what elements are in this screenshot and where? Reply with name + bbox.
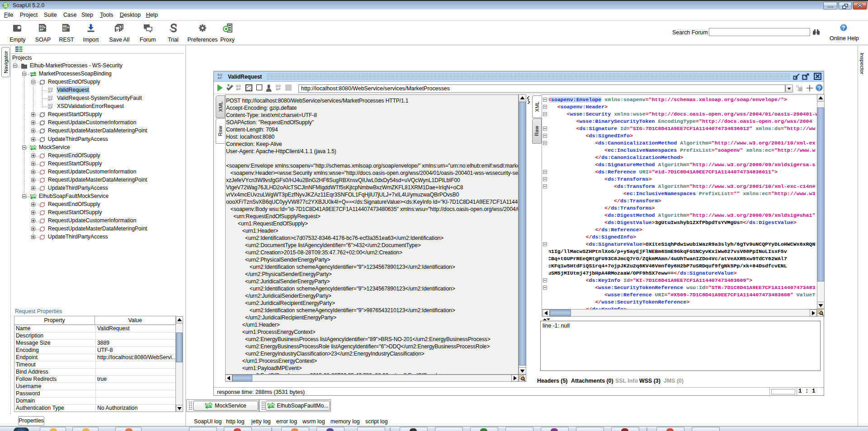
svg-text:AP: AP — [39, 28, 44, 31]
svg-text:SO: SO — [39, 25, 44, 28]
svg-text:RE: RE — [63, 25, 67, 28]
svg-text:ST: ST — [63, 28, 67, 31]
